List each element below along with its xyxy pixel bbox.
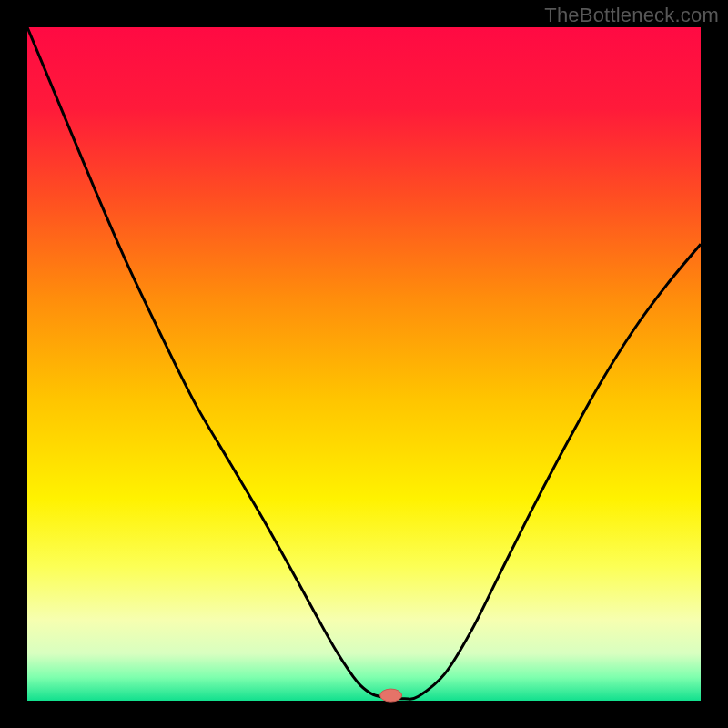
bottleneck-chart (0, 0, 728, 728)
watermark-text: TheBottleneck.com (544, 4, 719, 27)
plot-background (27, 27, 701, 701)
optimal-marker (380, 689, 402, 702)
chart-frame: { "watermark": "TheBottleneck.com", "col… (0, 0, 728, 728)
